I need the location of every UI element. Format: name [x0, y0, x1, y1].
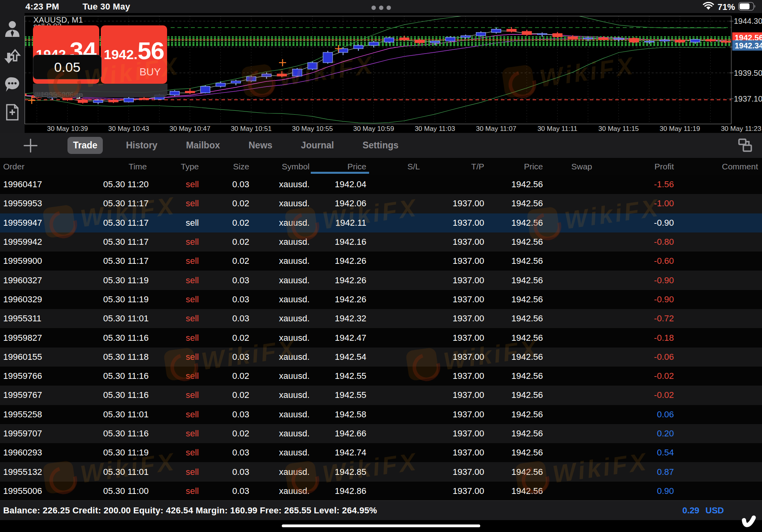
- column-header-swap[interactable]: Swap: [544, 162, 593, 171]
- cell-time: 05.30 11:17: [103, 198, 148, 209]
- table-row[interactable]: 1995995305.30 11:17sell0.02xauusd.1942.0…: [0, 194, 762, 213]
- tab-journal[interactable]: Journal: [295, 137, 339, 154]
- column-header-size[interactable]: Size: [200, 162, 250, 171]
- tab-list: TradeHistoryMailboxNewsJournalSettings: [67, 136, 404, 154]
- cell-tp: 1937.00: [421, 352, 485, 362]
- table-row[interactable]: 1995982705.30 11:16sell0.02xauusd.1942.4…: [0, 328, 762, 347]
- cell-symbol: xauusd.: [250, 198, 310, 209]
- cell-tp: 1937.00: [421, 237, 485, 247]
- cell-price: 1942.06: [310, 198, 367, 209]
- table-row[interactable]: 1995994705.30 11:17sell0.02xauusd.1942.1…: [0, 213, 762, 232]
- home-indicator[interactable]: [282, 524, 480, 527]
- table-header[interactable]: OrderTimeTypeSizeSymbolPriceS/LT/PPriceS…: [0, 158, 762, 175]
- sort-indicator: [311, 172, 369, 174]
- tab-settings[interactable]: Settings: [357, 137, 404, 154]
- account-summary: Balance: 226.25 Credit: 200.00 Equity: 4…: [3, 505, 377, 516]
- cell-time: 05.30 11:16: [103, 428, 148, 439]
- column-header-comment[interactable]: Comment: [675, 162, 762, 171]
- cell-cprice: 1942.56: [485, 447, 544, 458]
- time-axis-label: 30 May 10:47: [169, 125, 210, 133]
- column-header-type[interactable]: Type: [148, 162, 200, 171]
- cell-type: sell: [148, 237, 200, 247]
- column-header-symbol[interactable]: Symbol: [250, 162, 310, 171]
- cell-profit: -0.02: [593, 390, 675, 400]
- cell-type: sell: [148, 371, 200, 381]
- cell-symbol: xauusd.: [250, 237, 310, 247]
- chat-icon[interactable]: [4, 75, 21, 94]
- cell-symbol: xauusd.: [250, 218, 310, 228]
- time-axis-label: 30 May 11:07: [476, 125, 516, 133]
- time-axis-label: 30 May 10:55: [292, 125, 333, 133]
- column-header-tp[interactable]: T/P: [421, 162, 485, 171]
- table-row[interactable]: 1995990005.30 11:17sell0.02xauusd.1942.2…: [0, 252, 762, 271]
- cell-order: 19959953: [0, 198, 103, 209]
- table-row[interactable]: 1996015505.30 11:18sell0.03xauusd.1942.5…: [0, 348, 762, 367]
- chart-toolbar: [0, 13, 25, 133]
- cell-size: 0.03: [200, 313, 250, 324]
- cell-cprice: 1942.56: [485, 352, 544, 362]
- bottom-tab-bar: TradeHistoryMailboxNewsJournalSettings: [0, 133, 762, 158]
- volume-stepper[interactable]: 0.05: [33, 55, 102, 79]
- table-row[interactable]: 1996041705.30 11:20sell0.03xauusd.1942.0…: [0, 175, 762, 194]
- cell-symbol: xauusd.: [250, 352, 310, 362]
- time-axis-label: 30 May 11:11: [537, 125, 577, 133]
- tab-history[interactable]: History: [120, 137, 163, 154]
- trade-arrows-icon[interactable]: [4, 47, 21, 66]
- cell-type: sell: [148, 467, 200, 477]
- cell-order: 19959827: [0, 333, 103, 343]
- cell-price: 1942.04: [310, 179, 367, 190]
- ellipsis-menu-icon[interactable]: [0, 4, 762, 12]
- cell-symbol: xauusd.: [250, 256, 310, 266]
- time-axis-label: 30 May 10:51: [231, 125, 271, 133]
- window-layout-icon[interactable]: [736, 138, 753, 154]
- add-symbol-button[interactable]: [22, 138, 39, 154]
- column-header-profit[interactable]: Profit: [593, 162, 675, 171]
- cell-order: 19960293: [0, 447, 103, 458]
- cell-size: 0.02: [200, 390, 250, 400]
- table-row[interactable]: 1996032905.30 11:19sell0.03xauusd.1942.2…: [0, 290, 762, 309]
- cell-order: 19960327: [0, 275, 103, 286]
- table-row[interactable]: 1995500605.30 11:00sell0.03xauusd.1942.8…: [0, 482, 762, 501]
- cell-tp: 1937.00: [421, 256, 485, 266]
- new-order-icon[interactable]: [4, 103, 21, 122]
- cell-price: 1942.32: [310, 313, 367, 324]
- column-header-order[interactable]: Order: [0, 162, 103, 171]
- cell-profit: -0.90: [593, 218, 675, 228]
- cell-symbol: xauusd.: [250, 447, 310, 458]
- table-row[interactable]: 1995994205.30 11:17sell0.02xauusd.1942.1…: [0, 232, 762, 252]
- time-axis-label: 30 May 10:43: [108, 125, 149, 133]
- tab-mailbox[interactable]: Mailbox: [181, 137, 226, 154]
- table-row[interactable]: 1995531105.30 11:01sell0.03xauusd.1942.3…: [0, 309, 762, 328]
- cell-type: sell: [148, 294, 200, 305]
- cell-size: 0.03: [200, 409, 250, 420]
- cell-profit: 0.20: [593, 428, 675, 439]
- account-icon[interactable]: [4, 19, 21, 38]
- column-header-sl[interactable]: S/L: [367, 162, 421, 171]
- tab-trade[interactable]: Trade: [67, 137, 103, 154]
- cell-size: 0.02: [200, 428, 250, 439]
- table-row[interactable]: 1996029305.30 11:19sell0.03xauusd.1942.7…: [0, 443, 762, 462]
- table-row[interactable]: 1995513205.30 11:01sell0.03xauusd.1942.8…: [0, 462, 762, 481]
- cell-order: 19959767: [0, 390, 103, 400]
- table-row[interactable]: 1995525805.30 11:01sell0.03xauusd.1942.5…: [0, 405, 762, 424]
- cell-type: sell: [148, 486, 200, 496]
- cell-symbol: xauusd.: [250, 409, 310, 420]
- table-row[interactable]: 1996032705.30 11:19sell0.03xauusd.1942.2…: [0, 271, 762, 290]
- account-summary-bar: Balance: 226.25 Credit: 200.00 Equity: 4…: [0, 500, 762, 520]
- table-row[interactable]: 1995976605.30 11:16sell0.02xauusd.1942.5…: [0, 367, 762, 386]
- column-header-time[interactable]: Time: [103, 162, 148, 171]
- table-row[interactable]: 1995976705.30 11:16sell0.02xauusd.1942.5…: [0, 386, 762, 405]
- status-bar: 4:23 PM Tue 30 May 71%: [0, 0, 762, 13]
- time-axis-label: 30 May 10:59: [353, 125, 394, 133]
- column-header-price[interactable]: Price: [310, 162, 367, 171]
- cell-type: sell: [148, 333, 200, 343]
- table-row[interactable]: 1995970705.30 11:16sell0.02xauusd.1942.6…: [0, 424, 762, 443]
- cell-cprice: 1942.56: [485, 371, 544, 381]
- column-header-price[interactable]: Price: [485, 162, 544, 171]
- tab-news[interactable]: News: [243, 137, 278, 154]
- orders-table: OrderTimeTypeSizeSymbolPriceS/LT/PPriceS…: [0, 158, 762, 501]
- cell-size: 0.02: [200, 218, 250, 228]
- cell-order: 19955132: [0, 467, 103, 477]
- buy-button[interactable]: 1942.56 BUY: [101, 25, 167, 84]
- cell-size: 0.03: [200, 294, 250, 305]
